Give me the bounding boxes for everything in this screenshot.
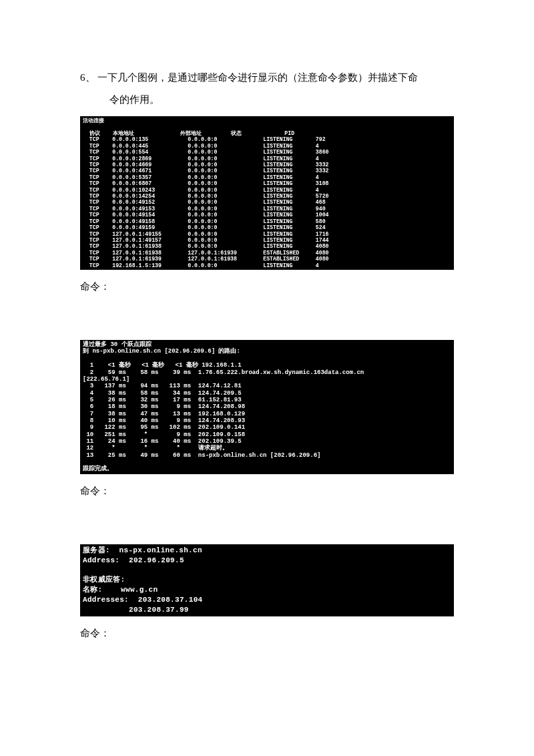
question-number: 6、	[80, 72, 95, 83]
question-line1: 一下几个图例，是通过哪些命令进行显示的（注意命令参数）并描述下命	[97, 72, 418, 83]
terminal-netstat: 活动连接 协议 本地地址 外部地址 状态 PID TCP 0.0.0.0:135…	[80, 116, 454, 270]
command-label-3: 命令：	[80, 627, 454, 640]
terminal-tracert: 通过最多 30 个跃点跟踪 到 ns-pxb.online.sh.cn [202…	[80, 340, 454, 474]
question-line2: 令的作用。	[80, 89, 454, 111]
command-label-2: 命令：	[80, 485, 454, 498]
terminal-nslookup: 服务器: ns-px.online.sh.cn Address: 202.96.…	[80, 544, 454, 616]
question-text: 6、 一下几个图例，是通过哪些命令进行显示的（注意命令参数）并描述下命 令的作用…	[80, 67, 454, 111]
command-label-1: 命令：	[80, 280, 454, 293]
